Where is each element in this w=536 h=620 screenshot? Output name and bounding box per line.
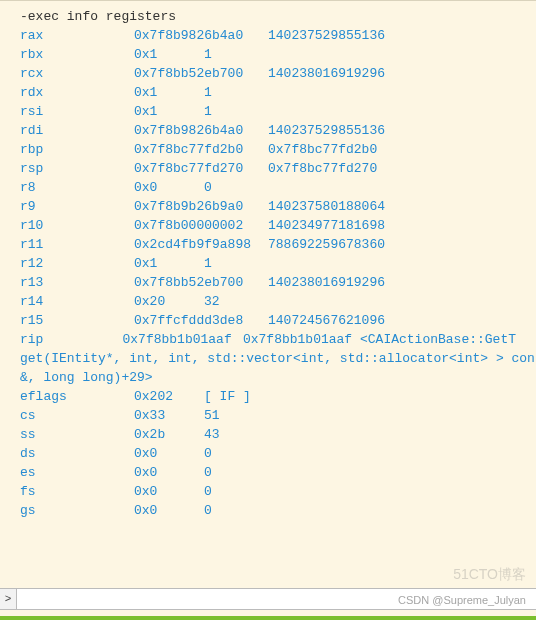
- register-row: ss0x2b43: [0, 425, 536, 444]
- register-hex: 0x1: [134, 102, 204, 121]
- register-row: cs0x3351: [0, 406, 536, 425]
- register-name: rax: [20, 26, 134, 45]
- status-bar-accent: [0, 616, 536, 620]
- register-dec: 0: [204, 501, 212, 520]
- register-row: r120x11: [0, 254, 536, 273]
- register-name: rbx: [20, 45, 134, 64]
- register-hex: 0x7f8bc77fd270: [134, 159, 268, 178]
- register-hex: 0x202: [134, 387, 204, 406]
- register-name: ss: [20, 425, 134, 444]
- register-row: r130x7f8bb52eb700140238016919296: [0, 273, 536, 292]
- register-dec: 140237529855136: [268, 26, 385, 45]
- register-dec: 0: [204, 482, 212, 501]
- register-name: rsp: [20, 159, 134, 178]
- register-name: rdx: [20, 83, 134, 102]
- register-hex: 0x7ffcfddd3de8: [134, 311, 268, 330]
- register-dec: 140237580188064: [268, 197, 385, 216]
- register-hex: 0x1: [134, 45, 204, 64]
- register-row: rcx0x7f8bb52eb700140238016919296: [0, 64, 536, 83]
- register-row: rdx0x11: [0, 83, 536, 102]
- register-hex: 0x2cd4fb9f9a898: [134, 235, 268, 254]
- register-dec: 43: [204, 425, 220, 444]
- register-name: eflags: [20, 387, 134, 406]
- register-name: r13: [20, 273, 134, 292]
- register-name: r14: [20, 292, 134, 311]
- register-hex: 0x1: [134, 83, 204, 102]
- register-dec: 1: [204, 102, 212, 121]
- entered-command: -exec info registers: [0, 7, 536, 26]
- register-row: r150x7ffcfddd3de8140724567621096: [0, 311, 536, 330]
- register-hex: 0x7f8b00000002: [134, 216, 268, 235]
- register-dec: 140237529855136: [268, 121, 385, 140]
- register-name: gs: [20, 501, 134, 520]
- register-dec: 140238016919296: [268, 273, 385, 292]
- register-name: fs: [20, 482, 134, 501]
- register-name: rip: [20, 330, 122, 349]
- register-dec: 0: [204, 463, 212, 482]
- register-hex: 0x0: [134, 463, 204, 482]
- register-row: rbp0x7f8bc77fd2b00x7f8bc77fd2b0: [0, 140, 536, 159]
- prompt-chevron-icon: >: [0, 589, 17, 609]
- register-name: r9: [20, 197, 134, 216]
- register-hex: 0x33: [134, 406, 204, 425]
- register-dec: 140234977181698: [268, 216, 385, 235]
- register-hex: 0x20: [134, 292, 204, 311]
- register-name: r8: [20, 178, 134, 197]
- register-row: fs0x00: [0, 482, 536, 501]
- register-dec: 32: [204, 292, 220, 311]
- register-hex: 0x7f8bb1b01aaf: [122, 330, 242, 349]
- register-row: rsp0x7f8bc77fd2700x7f8bc77fd270: [0, 159, 536, 178]
- register-continuation: get(IEntity*, int, int, std::vector<int,…: [0, 349, 536, 368]
- register-name: ds: [20, 444, 134, 463]
- register-dec: 51: [204, 406, 220, 425]
- register-hex: 0x0: [134, 178, 204, 197]
- register-dec: 1: [204, 254, 212, 273]
- debug-console-input[interactable]: [17, 589, 536, 609]
- register-dec: 0x7f8bc77fd270: [268, 159, 377, 178]
- register-name: es: [20, 463, 134, 482]
- register-dec: 788692259678360: [268, 235, 385, 254]
- register-dec: 0: [204, 444, 212, 463]
- register-name: r10: [20, 216, 134, 235]
- register-dec: 1: [204, 45, 212, 64]
- register-row: r90x7f8b9b26b9a0140237580188064: [0, 197, 536, 216]
- register-hex: 0x7f8b9826b4a0: [134, 26, 268, 45]
- register-hex: 0x2b: [134, 425, 204, 444]
- register-dec: 1: [204, 83, 212, 102]
- register-row: rdi0x7f8b9826b4a0140237529855136: [0, 121, 536, 140]
- register-hex: 0x7f8b9826b4a0: [134, 121, 268, 140]
- register-row: r80x00: [0, 178, 536, 197]
- register-name: rcx: [20, 64, 134, 83]
- register-name: cs: [20, 406, 134, 425]
- register-row: gs0x00: [0, 501, 536, 520]
- register-name: rbp: [20, 140, 134, 159]
- register-dec: [ IF ]: [204, 387, 251, 406]
- register-name: r11: [20, 235, 134, 254]
- register-hex: 0x7f8bc77fd2b0: [134, 140, 268, 159]
- register-name: r15: [20, 311, 134, 330]
- register-row: es0x00: [0, 463, 536, 482]
- register-name: rsi: [20, 102, 134, 121]
- register-hex: 0x0: [134, 444, 204, 463]
- register-hex: 0x7f8b9b26b9a0: [134, 197, 268, 216]
- register-dec: 140724567621096: [268, 311, 385, 330]
- register-row: r110x2cd4fb9f9a898788692259678360: [0, 235, 536, 254]
- register-hex: 0x7f8bb52eb700: [134, 64, 268, 83]
- register-name: rdi: [20, 121, 134, 140]
- register-row: rsi0x11: [0, 102, 536, 121]
- register-row: r100x7f8b00000002140234977181698: [0, 216, 536, 235]
- register-hex: 0x7f8bb52eb700: [134, 273, 268, 292]
- register-dec: 0: [204, 178, 212, 197]
- debug-console-input-bar: >: [0, 588, 536, 610]
- register-hex: 0x0: [134, 482, 204, 501]
- register-continuation: &, long long)+29>: [0, 368, 536, 387]
- register-row: eflags0x202[ IF ]: [0, 387, 536, 406]
- register-row: r140x2032: [0, 292, 536, 311]
- register-dec: 0x7f8bc77fd2b0: [268, 140, 377, 159]
- register-dec: 0x7f8bb1b01aaf <CAIActionBase::GetT: [243, 330, 516, 349]
- register-dec: 140238016919296: [268, 64, 385, 83]
- command-text: -exec info registers: [20, 7, 176, 26]
- register-hex: 0x0: [134, 501, 204, 520]
- register-name: r12: [20, 254, 134, 273]
- register-hex: 0x1: [134, 254, 204, 273]
